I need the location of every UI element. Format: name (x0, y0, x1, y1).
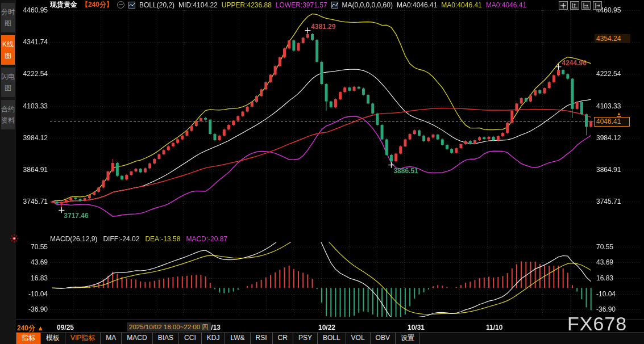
price-tick-right-2: 4222.54 (596, 70, 621, 78)
zoom-horizontal-icon[interactable] (581, 1, 591, 10)
kline-chart-window: 分时图K线图闪电图合约资料 现货黄金 【240分】 BOLL(20,2) MID… (0, 0, 644, 344)
macd-tick-left-0: 70.55 (19, 243, 48, 251)
indicator-toolbar: 指标模板VIP指标MAMACDBIASCCIKDJLW&RSICRPSYBOLL… (16, 332, 644, 344)
toolbar-tab-MA[interactable]: MA (101, 333, 122, 344)
price-tick-right-6: 3745.71 (596, 198, 621, 205)
candlestick-macd-canvas[interactable] (0, 0, 644, 344)
x-axis-date-3: 10/31 (408, 324, 425, 332)
crosshair-icon[interactable] (559, 1, 568, 10)
toolbar-tab-RSI[interactable]: RSI (251, 333, 273, 344)
toolbar-tab-指标[interactable]: 指标 (16, 333, 41, 344)
live-indicator-icon[interactable] (10, 234, 19, 243)
macd-tick-right-2: 16.83 (596, 274, 613, 282)
price-tick-right-5: 3864.91 (596, 166, 621, 174)
toolbar-tab-VIP指标[interactable]: VIP指标 (65, 333, 101, 344)
toolbar-tab-MACD[interactable]: MACD (122, 333, 152, 344)
toolbar-tab-OBV[interactable]: OBV (371, 333, 396, 344)
left-sidebar: 分时图K线图闪电图合约资料 (0, 0, 16, 344)
toolbar-tab-CCI[interactable]: CCI (179, 333, 202, 344)
toolbar-tab-CR[interactable]: CR (273, 333, 293, 344)
ma-legend-icon (331, 2, 338, 9)
boll-name[interactable]: BOLL(20,2) (139, 1, 174, 9)
toolbar-tab-BIAS[interactable]: BIAS (153, 333, 179, 344)
macd-tick-right-1: 43.69 (596, 258, 613, 266)
price-tick-left-2: 4222.54 (19, 70, 48, 78)
toolbar-tab-KDJ[interactable]: KDJ (202, 333, 226, 344)
sidebar-tab-1[interactable]: K线图 (1, 35, 15, 65)
toolbar-tab-BOLL[interactable]: BOLL (318, 333, 346, 344)
macd-tick-left-3: -10.04 (19, 290, 48, 298)
toolbar-tab-VOL[interactable]: VOL (346, 333, 371, 344)
pan-right-icon[interactable] (593, 1, 602, 10)
boll-mid-value: MID:4104.22 (178, 1, 218, 9)
price-tick-left-6: 3745.71 (19, 198, 48, 205)
macd-tick-left-2: 16.83 (19, 274, 48, 282)
macd-tick-right-3: -10.04 (596, 290, 616, 298)
ma-value-yellow: MA0:4046.41 (441, 1, 481, 9)
swing-high-label: 4381.29 (311, 23, 335, 31)
boll-lower-value: LOWER:3971.57 (276, 1, 327, 9)
macd-legend: MACD(26,12,9) DIFF:-24.02 DEA:-13.58 MAC… (50, 235, 227, 243)
price-tick-right-4: 3984.12 (596, 134, 621, 142)
zoom-vertical-icon[interactable] (570, 1, 579, 10)
toolbar-tab-模板[interactable]: 模板 (41, 333, 65, 344)
price-tick-right-3: 4103.33 (596, 102, 621, 110)
swing-low-label: 3717.46 (64, 212, 88, 220)
macd-macd-value: MACD:-20.87 (186, 235, 227, 243)
macd-tick-left-1: 43.69 (19, 258, 48, 266)
price-tick-left-4: 3984.12 (19, 134, 48, 142)
macd-tick-right-0: 70.55 (596, 243, 613, 251)
swing-low-label: 3886.51 (393, 167, 418, 175)
price-tick-left-5: 3864.91 (19, 166, 48, 174)
ma-value-magenta: MA0:4046.41 (486, 1, 526, 9)
chart-toolbar-icons (559, 1, 602, 10)
macd-name[interactable]: MACD(26,12,9) (50, 235, 97, 243)
symbol-name: 现货黄金 (50, 0, 77, 10)
macd-tick-right-4: -36.90 (596, 305, 616, 313)
chart-header-legend: 现货黄金 【240分】 BOLL(20,2) MID:4104.22 UPPER… (50, 1, 526, 9)
ma-value-white: MA0:4046.41 (397, 1, 437, 9)
bar-datetime-tooltip: 2025/10/02 18:00~22:00 四 (127, 322, 211, 332)
macd-diff-value: DIFF:-24.02 (103, 235, 139, 243)
boll-upper-value: UPPER:4236.88 (222, 1, 272, 9)
price-tick-left-3: 4103.33 (19, 102, 48, 110)
sidebar-tab-3[interactable]: 合约资料 (1, 100, 15, 129)
price-tick-left-0: 4460.95 (19, 6, 48, 14)
ma-name[interactable]: MA(0,0,0,0,0,60) (342, 1, 393, 9)
price-direction-arrow-icon: ▲ (617, 111, 621, 117)
macd-tick-left-4: -36.90 (19, 305, 48, 313)
period-label[interactable]: 【240分】 (81, 0, 113, 10)
x-axis-date-2: 10/22 (318, 324, 335, 332)
toolbar-tab-LW&[interactable]: LW& (225, 333, 250, 344)
swing-high-label: 4244.96 (562, 59, 587, 67)
x-axis-date-4: 11/10 (486, 324, 502, 332)
sidebar-tab-0[interactable]: 分时图 (1, 3, 15, 32)
macd-dea-value: DEA:-13.58 (145, 235, 180, 243)
boll-legend-icon (128, 2, 135, 9)
x-axis-date-0: 09/25 (57, 324, 74, 332)
toolbar-tab-PSY[interactable]: PSY (293, 333, 318, 344)
toolbar-tab-设置[interactable]: 设置 (396, 333, 420, 344)
session-high-badge: 4354.24 (595, 34, 630, 43)
current-price-badge: 4046.41 (594, 117, 630, 127)
collapse-indicator-icon[interactable] (117, 1, 124, 9)
price-tick-left-1: 4341.74 (19, 38, 48, 46)
sidebar-tab-2[interactable]: 闪电图 (1, 68, 15, 97)
